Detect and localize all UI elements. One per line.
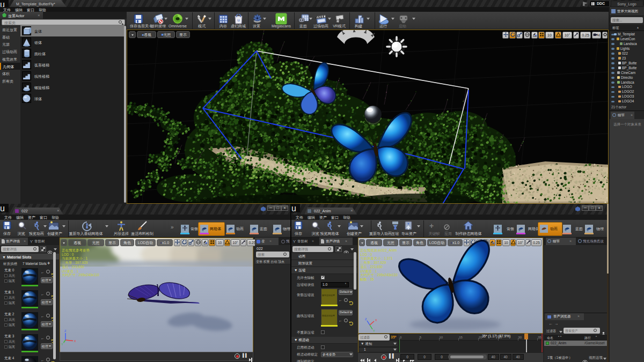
svg-text:X: X — [375, 319, 377, 322]
svg-text:Z: Z — [365, 317, 367, 321]
svg-text:Z: Z — [64, 329, 67, 333]
svg-text:X: X — [74, 339, 76, 343]
svg-text:Y: Y — [373, 329, 375, 333]
svg-text:Y: Y — [61, 343, 63, 346]
svg-text:u: u — [237, 18, 239, 23]
